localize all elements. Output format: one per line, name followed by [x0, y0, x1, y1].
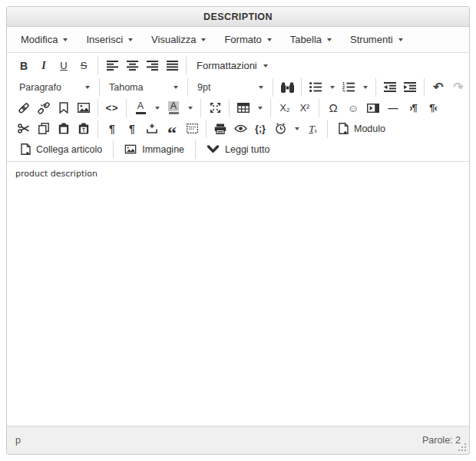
font-size-group: 9pt	[187, 78, 273, 97]
numbered-list-button[interactable]: 123	[340, 78, 358, 96]
menu-tabella[interactable]: Tabella	[283, 29, 339, 50]
paste-text-icon: T	[78, 123, 89, 134]
align-left-button[interactable]	[104, 57, 121, 74]
block-style-group: Paragrafo	[10, 78, 99, 97]
toolbar-row-1: B I U S Forma	[10, 54, 466, 77]
background-color-caret[interactable]	[185, 99, 196, 117]
editor-text: product description	[15, 169, 98, 179]
menu-visualizza-label: Visualizza	[151, 34, 196, 45]
insert-datetime-caret[interactable]	[292, 120, 302, 137]
insert-link-button[interactable]	[15, 99, 33, 117]
chevron-down-icon	[263, 64, 268, 68]
italic-button[interactable]: I	[35, 57, 53, 74]
outdent-icon	[384, 82, 396, 92]
text-color-caret[interactable]	[152, 99, 163, 117]
special-char-button[interactable]: Ω	[325, 99, 342, 117]
clock-icon	[275, 123, 286, 134]
immagine-button[interactable]: Immagine	[117, 140, 191, 158]
chevron-down-bold-icon	[207, 145, 220, 153]
background-color-icon: A	[168, 101, 179, 114]
font-name-value: Tahoma	[109, 82, 143, 93]
chevron-down-icon	[330, 86, 335, 89]
paste-as-text-button[interactable]: T	[75, 120, 93, 137]
resize-grip[interactable]	[458, 443, 466, 451]
emoticon-button[interactable]: ☺	[345, 99, 362, 117]
subscript-icon: X₂	[279, 103, 289, 114]
subscript-button[interactable]: X₂	[276, 99, 294, 117]
ltr-button[interactable]: ›¶	[405, 99, 422, 117]
strikethrough-button[interactable]: S	[75, 57, 93, 74]
modulo-button[interactable]: Modulo	[332, 120, 392, 137]
eye-icon	[234, 124, 247, 133]
redo-button[interactable]: ↷	[450, 78, 468, 96]
media-button[interactable]	[365, 99, 382, 117]
menu-formato[interactable]: Formato	[217, 29, 279, 50]
menu-inserisci[interactable]: Inserisci	[78, 29, 140, 50]
font-size-select[interactable]: 9pt	[192, 78, 269, 97]
paste-button[interactable]	[55, 120, 73, 137]
formats-dropdown[interactable]: Formattazioni	[190, 60, 274, 71]
superscript-button[interactable]: X²	[296, 99, 314, 117]
visual-chars-button[interactable]: ¶	[104, 120, 121, 137]
copy-button[interactable]	[35, 120, 53, 137]
preview-button[interactable]	[232, 120, 250, 137]
table-button[interactable]	[235, 99, 253, 117]
chevron-down-icon	[85, 86, 90, 89]
code-sample-button[interactable]: {;}	[252, 120, 269, 137]
blockquote-button[interactable]: “	[164, 120, 181, 137]
anchor-button[interactable]	[55, 99, 73, 117]
align-right-button[interactable]	[144, 57, 161, 74]
element-path[interactable]: p	[15, 435, 21, 446]
fullscreen-button[interactable]	[207, 99, 224, 117]
rtl-icon: ¶‹	[429, 102, 437, 114]
cut-button[interactable]	[15, 120, 33, 137]
search-replace-button[interactable]	[279, 78, 296, 96]
rtl-button[interactable]: ¶‹	[425, 99, 442, 117]
align-center-button[interactable]	[124, 57, 141, 74]
collega-articolo-button[interactable]: Collega articolo	[14, 140, 109, 158]
bullet-list-button[interactable]	[307, 78, 325, 96]
indent-button[interactable]	[402, 78, 419, 96]
color-group: A A	[126, 99, 200, 117]
bullet-list-caret[interactable]	[327, 78, 338, 96]
bold-button[interactable]: B	[15, 57, 33, 74]
editor-content-area[interactable]: product description	[7, 161, 469, 426]
visual-blocks-button[interactable]	[183, 120, 201, 137]
source-code-button[interactable]: <>	[104, 99, 121, 117]
block-style-select[interactable]: Paragrafo	[14, 78, 95, 97]
font-size-value: 9pt	[197, 82, 210, 93]
background-color-button[interactable]: A	[165, 99, 183, 117]
chevron-down-icon	[258, 107, 263, 110]
insert-datetime-button[interactable]	[272, 120, 289, 137]
menu-strumenti[interactable]: Strumenti	[342, 29, 411, 50]
remove-link-button[interactable]	[35, 99, 53, 117]
pilcrow-icon: ¶	[129, 123, 135, 135]
numbered-list-caret[interactable]	[360, 78, 371, 96]
align-justify-button[interactable]	[164, 57, 181, 74]
chevron-down-icon	[201, 38, 206, 41]
font-style-group: B I U S	[10, 57, 98, 75]
leggi-tutto-button[interactable]: Leggi tutto	[200, 140, 276, 158]
menu-visualizza[interactable]: Visualizza	[144, 29, 213, 50]
outdent-button[interactable]	[382, 78, 399, 96]
horizontal-rule-button[interactable]: —	[385, 99, 402, 117]
superscript-icon: X²	[300, 103, 310, 114]
clear-formatting-button[interactable]: Tₓ	[305, 120, 322, 137]
nonbreaking-button[interactable]: ¶	[124, 120, 141, 137]
text-color-button[interactable]: A	[132, 99, 150, 117]
menubar: Modifica Inserisci Visualizza Formato Ta…	[7, 27, 469, 53]
chevron-down-icon	[63, 38, 68, 41]
braces-icon: {;}	[255, 123, 266, 134]
insert-image-button[interactable]	[75, 99, 93, 117]
print-button[interactable]	[212, 120, 230, 137]
menu-modifica[interactable]: Modifica	[13, 29, 75, 50]
font-name-select[interactable]: Tahoma	[104, 78, 183, 97]
toolbar-row-4: T ¶ ¶ “ {;}	[10, 118, 466, 139]
undo-button[interactable]: ↶	[430, 78, 448, 96]
page-break-button[interactable]	[144, 120, 161, 137]
table-caret[interactable]	[255, 99, 266, 117]
align-center-icon	[127, 61, 138, 71]
underline-button[interactable]: U	[55, 57, 73, 74]
bold-icon: B	[20, 60, 28, 72]
align-right-icon	[147, 61, 158, 71]
